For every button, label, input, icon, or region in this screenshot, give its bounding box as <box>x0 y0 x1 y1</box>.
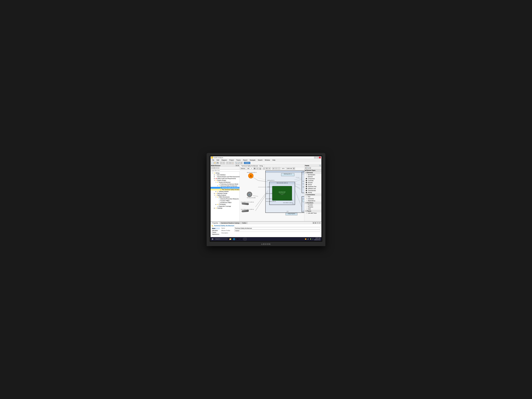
start-button[interactable]: ⊞ <box>212 238 213 240</box>
toggle-system-design[interactable]: ▼ <box>214 180 215 181</box>
menu-report[interactable]: Report <box>242 159 248 161</box>
section-traces[interactable]: ▼ Traces <box>304 210 321 212</box>
tab-operational-situations[interactable]: Operational Situations Catalogs <box>220 222 241 224</box>
props-section-traces[interactable]: Traces <box>212 232 220 233</box>
menu-traces[interactable]: Traces <box>235 159 241 161</box>
tab-outline[interactable]: Outline <box>241 222 247 224</box>
mb-collapse-all[interactable]: ⊟ <box>235 165 237 166</box>
toolbar-zoom-out[interactable]: 🔎 <box>238 162 240 164</box>
menu-diagram[interactable]: Diagram <box>221 159 228 161</box>
toggle-airbag[interactable]: ▼ <box>212 172 214 174</box>
tree-item-prelim-arch[interactable]: ▶ 📊 Preliminary Architecture Model <box>211 183 240 185</box>
watchdog-box[interactable]: Watchdog (ASIL C) <box>281 173 294 176</box>
cap1-box[interactable]: Cap1 (QM) <box>303 199 304 202</box>
palette-item-dependency[interactable]: ⇢ Dependency <box>304 200 321 202</box>
tree-item-catalogs[interactable]: ▶ 📁 Catalogs <box>211 207 240 209</box>
palette-item-characteristic[interactable]: ⬛ Characteristic <box>304 190 321 192</box>
palette-item-component[interactable]: ⬛ Component <box>304 178 321 180</box>
toggle-software-models[interactable]: ▶ <box>215 191 217 192</box>
section-connections[interactable]: ▼ Connections <box>304 194 321 196</box>
underline-button[interactable]: U <box>259 167 261 170</box>
bold-button[interactable]: B <box>253 167 256 170</box>
toggle-fmea[interactable]: ▼ <box>215 196 217 198</box>
toolbar-zoom-in[interactable]: 🔍 <box>235 162 237 164</box>
align-left-button[interactable]: ≡ <box>263 167 265 170</box>
palette-search-button[interactable]: 🔍 <box>319 165 321 166</box>
tree-item-tech-safety-arch[interactable]: ▼ 📁 Technical Safety Architecture <box>211 185 240 187</box>
menu-navigate[interactable]: Navigate <box>249 159 256 161</box>
toggle-item-def[interactable]: ▶ <box>214 174 215 176</box>
toolbar-new[interactable]: 📄 <box>211 162 214 164</box>
tree-item-item-def[interactable]: ▶ 📋 Item Definition <box>211 174 240 176</box>
maximize-button[interactable]: □ <box>317 157 318 158</box>
props-tb-btn2[interactable]: ▶ <box>315 222 317 224</box>
props-maximize[interactable]: ⊡ <box>319 222 321 224</box>
props-tb-btn3[interactable]: ✕ <box>317 222 318 224</box>
props-section-base[interactable]: Base <box>212 228 220 229</box>
tree-item-detection-prev[interactable]: ▶ 🔧 Detection/Prevention Measures <box>211 198 240 200</box>
align-right-button[interactable]: ≡ <box>268 167 271 170</box>
zoom-in-button[interactable]: + <box>275 167 277 170</box>
tree-item-arch-fmea[interactable]: ▶ 📋 Architecture FMEA <box>211 202 240 203</box>
props-name-input[interactable] <box>234 227 320 229</box>
palette-item-software-unit[interactable]: ⬛ Software Unit <box>304 188 321 190</box>
menu-search[interactable]: Search <box>257 159 263 161</box>
diagram-tab-tsa[interactable]: Technical Safety Architecture - Airbag <box>240 165 264 167</box>
taskbar-mail[interactable]: ✉ <box>240 238 243 241</box>
power-reserve-box[interactable]: Power Reserve (QM) Cap1 (QM) Cap2 (QM) C… <box>302 196 304 212</box>
taskbar-store[interactable]: 🛍 <box>236 238 239 241</box>
palette-item-element[interactable]: ⬜ Element <box>304 176 321 178</box>
palette-item-function[interactable]: ○ Function <box>304 204 321 206</box>
tree-item-airbag[interactable]: ▼ 📁 Airbag <box>211 172 240 174</box>
zoom-preset-select[interactable]: 100% 75% 50% 150% <box>286 167 292 170</box>
taskbar-file-explorer[interactable]: 📁 <box>229 238 232 241</box>
palette-item-link-with-trace[interactable]: ↗ Link with Trace <box>304 212 321 214</box>
zoom-fit-button[interactable]: ⊡ <box>272 167 275 170</box>
tree-item-safety-goals[interactable]: ▶ 🎯 Safety Goals and Requirements <box>211 177 240 179</box>
tree-item-diag-coverage[interactable]: ▶ 📊 Diagnostic Coverage <box>211 205 240 207</box>
palette-tb-btn1[interactable]: ⚙ <box>305 167 307 169</box>
mb-new[interactable]: + <box>211 167 213 169</box>
plausibility-box[interactable]: plausibility logic (ASIL C) safing senso… <box>302 172 304 193</box>
toolbar-analysis[interactable]: Analysis <box>244 162 250 164</box>
toolbar-cut[interactable]: ✂ <box>226 162 228 164</box>
tree-item-safety-analysis[interactable]: ▼ 📁 Safety Analysis <box>211 194 240 196</box>
props-tb-btn1[interactable]: ◀ <box>312 222 314 224</box>
menu-edit[interactable]: Edit <box>216 159 220 161</box>
tree-item-fmea[interactable]: ▼ 📁 FMEA Worksheets <box>211 196 240 198</box>
taskbar-edge[interactable]: 🌐 <box>232 238 235 241</box>
mb-expand-all[interactable]: ⊞ <box>237 165 239 166</box>
toolbar-save[interactable]: 💾 <box>216 162 219 164</box>
minimize-button[interactable]: — <box>314 157 316 158</box>
voltage-regulator-box[interactable]: Voltage Regulator <box>285 213 298 215</box>
toggle-sys-arch[interactable]: ▼ <box>215 182 217 183</box>
toggle-safety-analysis[interactable]: ▼ <box>214 195 215 196</box>
tree-item-hara[interactable]: ▶ ⚠ Hazard Analysis and Risk Assessment <box>211 176 240 177</box>
taskbar-search-input[interactable] <box>214 238 228 240</box>
tree-item-system-design[interactable]: ▼ 📁 System Design <box>211 179 240 181</box>
menu-project[interactable]: Project <box>228 159 234 161</box>
section-elements[interactable]: ▼ Elements <box>304 171 321 174</box>
palette-item-actuator[interactable]: ⬛ Actuator <box>304 182 321 184</box>
zoom-level-input[interactable] <box>280 167 286 170</box>
italic-button[interactable]: I <box>256 167 259 170</box>
menu-file[interactable]: File <box>211 159 215 161</box>
tree-item-part-tsa[interactable]: ▶ 📐 Part Technical Safety Architecture <box>211 189 240 190</box>
grid-button[interactable]: ⊞ <box>293 167 295 170</box>
palette-item-activity[interactable]: ⬛ Activity <box>304 192 321 194</box>
menu-help[interactable]: Help <box>272 159 276 161</box>
toggle-hara[interactable]: ▶ <box>214 176 215 177</box>
section-element-types[interactable]: ▶ Element Types <box>304 169 321 171</box>
palette-tb-btn3[interactable]: ★ <box>309 167 311 169</box>
palette-item-controller[interactable]: ⬛ Controller <box>304 180 321 182</box>
toggle-hardware-design[interactable]: ▶ <box>214 193 215 194</box>
toolbar-undo[interactable]: ↩ <box>220 162 222 164</box>
toolbar-paste[interactable]: 📋 <box>231 162 234 164</box>
toggle-safety-goals[interactable]: ▶ <box>214 178 215 179</box>
taskbar-app[interactable]: M <box>243 238 247 241</box>
toggle-catalogs[interactable]: ▶ <box>214 207 215 209</box>
tree-item-software-models[interactable]: ▶ 📁 Software Models <box>211 190 240 192</box>
menu-window[interactable]: Window <box>264 159 271 161</box>
zoom-out-button[interactable]: - <box>278 167 280 170</box>
toggle-fta-models[interactable]: ▶ <box>215 204 217 205</box>
